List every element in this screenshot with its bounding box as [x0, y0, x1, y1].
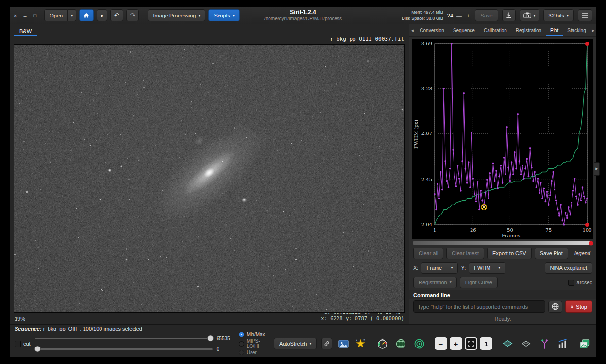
tabs-scroll-left-icon[interactable]: ◀: [409, 24, 415, 36]
window-title-block: Siril-1.2.4 /home/cyril/images/CP/M31/pr…: [264, 9, 342, 21]
spin-plus-button[interactable]: +: [465, 13, 471, 18]
scripts-menu-button[interactable]: Scripts▾: [208, 9, 240, 21]
tabs-scroll-right-icon[interactable]: ▶: [590, 24, 596, 36]
clear-all-button[interactable]: Clear all: [413, 248, 443, 259]
cut-checkbox[interactable]: [15, 341, 21, 347]
autostretch-select[interactable]: AutoStretch▾: [274, 338, 317, 349]
pixel-coordinates: x: 6228 y: 0787 (=0.000000): [321, 315, 404, 322]
save-button[interactable]: Save: [475, 9, 498, 21]
legend-link[interactable]: legend: [574, 250, 592, 256]
y-axis-select[interactable]: FWHM▾: [469, 262, 505, 274]
tab-plot[interactable]: Plot: [546, 24, 563, 36]
gauge-button[interactable]: [376, 337, 389, 350]
hamburger-menu-button[interactable]: [578, 9, 592, 21]
svg-text:1: 1: [433, 227, 436, 232]
zoom-100-icon: 1: [484, 340, 488, 347]
image-canvas[interactable]: [14, 44, 405, 313]
command-help-button[interactable]: [548, 301, 562, 313]
home-button[interactable]: [79, 9, 94, 21]
image-display-button[interactable]: [337, 337, 350, 350]
minimize-window-icon[interactable]: –: [23, 13, 26, 18]
noise-overlay: [14, 45, 404, 312]
radio-mips-label: MIPS-LO/HI: [247, 338, 269, 349]
high-slider-handle[interactable]: [207, 335, 214, 342]
layer-diamond-dim-icon: [520, 338, 532, 350]
low-level-slider[interactable]: [35, 348, 213, 350]
zoom-100-button[interactable]: 1: [480, 337, 492, 350]
export-csv-button[interactable]: Export to CSV: [487, 248, 532, 259]
zoom-in-button[interactable]: +: [450, 337, 462, 350]
svg-text:2.04: 2.04: [421, 222, 432, 227]
command-input[interactable]: [413, 300, 545, 313]
registration-label: Registration: [419, 280, 447, 285]
tab-bw[interactable]: B&W: [14, 27, 37, 36]
open-split-button: Open ▾: [44, 9, 76, 21]
radio-user[interactable]: [239, 350, 244, 355]
high-level-value: 65535: [217, 336, 234, 341]
zoom-fit-icon: [467, 340, 475, 347]
stop-button[interactable]: × Stop: [565, 300, 592, 313]
annotate-globe-button[interactable]: [394, 337, 407, 350]
tab-stacking[interactable]: Stacking: [563, 24, 590, 36]
frame-stack-button[interactable]: [578, 337, 591, 350]
channel-link-button[interactable]: [321, 338, 332, 349]
arcsec-checkbox[interactable]: [568, 280, 574, 286]
low-slider-handle[interactable]: [34, 346, 41, 352]
light-curve-button[interactable]: Light Curve: [460, 277, 498, 288]
sequence-label: Sequence:: [15, 326, 42, 331]
tab-registration[interactable]: Registration: [511, 24, 546, 36]
spin-value: 24: [447, 13, 453, 18]
status-ready: Ready.: [409, 314, 596, 324]
svg-text:3.28: 3.28: [421, 86, 432, 91]
tab-conversion[interactable]: Conversion: [415, 24, 449, 36]
maximize-window-icon[interactable]: □: [34, 13, 37, 18]
nina-exoplanet-button[interactable]: NINA exoplanet: [545, 262, 592, 274]
chevron-down-icon: ▾: [450, 281, 452, 284]
image-processing-menu-button[interactable]: Image Processing▾: [148, 9, 205, 21]
spin-minus-button[interactable]: —: [455, 13, 463, 18]
radio-minmax[interactable]: [239, 332, 244, 337]
high-level-slider[interactable]: [35, 338, 213, 339]
fwhm-plot[interactable]: 2.042.452.873.283.691265075100FramesFWHM…: [412, 39, 593, 239]
registration-select[interactable]: Registration▾: [413, 277, 457, 288]
image-icon: [337, 338, 350, 350]
slider-handle-red[interactable]: [589, 241, 593, 245]
snapshot-save-button[interactable]: [502, 9, 516, 21]
photometry-button[interactable]: [413, 337, 426, 350]
fork-marker-button[interactable]: [538, 337, 551, 350]
zoom-out-button[interactable]: −: [435, 337, 447, 350]
open-dropdown-button[interactable]: ▾: [68, 9, 76, 21]
svg-text:50: 50: [507, 227, 513, 232]
save-plot-button[interactable]: Save Plot: [535, 248, 568, 259]
grid-teal-button[interactable]: [501, 337, 514, 350]
stop-label: Stop: [576, 304, 587, 310]
display-mode-radios: Min/Max MIPS-LO/HI User: [239, 332, 269, 355]
close-window-icon[interactable]: ×: [14, 13, 17, 18]
bit-depth-label: 32 bits: [549, 13, 564, 18]
chevron-down-icon: ▾: [309, 342, 311, 346]
home-icon: [83, 12, 90, 19]
radio-mips[interactable]: [239, 341, 244, 347]
clear-latest-button[interactable]: Clear latest: [446, 248, 484, 259]
plot-range-slider[interactable]: [413, 241, 592, 245]
zoom-fit-button[interactable]: [465, 337, 477, 350]
tab-calibration[interactable]: Calibration: [479, 24, 511, 36]
screenshot-button[interactable]: ▾: [520, 9, 539, 21]
bit-depth-button[interactable]: 32 bits▾: [543, 9, 574, 21]
star-detection-button[interactable]: [354, 337, 367, 350]
redo-button[interactable]: ↷: [126, 9, 139, 21]
chevron-down-icon: ▾: [534, 14, 536, 17]
tab-strip: ◀ Conversion Sequence Calibration Regist…: [409, 24, 596, 37]
x-axis-select[interactable]: Frame▾: [421, 262, 458, 274]
command-line-header: Command line: [409, 290, 596, 299]
undo-button[interactable]: ↶: [110, 9, 123, 21]
radio-user-label: User: [247, 350, 257, 355]
record-button[interactable]: ●: [97, 9, 107, 21]
grid-gray-button[interactable]: [520, 337, 533, 350]
panel-collapse-handle[interactable]: ▶: [594, 162, 600, 176]
svg-text:2.45: 2.45: [421, 177, 432, 182]
open-button[interactable]: Open: [44, 9, 68, 21]
statistics-button[interactable]: [556, 337, 570, 350]
tab-sequence[interactable]: Sequence: [449, 24, 479, 36]
bottom-bar: Sequence: r_bkg_pp_OIII_, 100/100 images…: [10, 324, 596, 357]
